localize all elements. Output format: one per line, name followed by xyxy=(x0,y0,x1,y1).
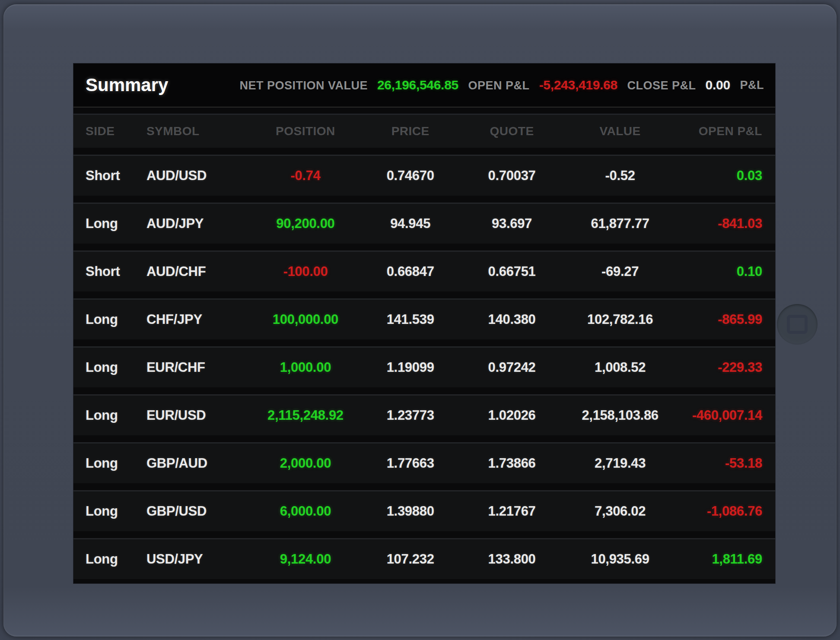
cell-open-pl: -229.33 xyxy=(674,360,762,375)
table-row[interactable]: Long GBP/AUD 2,000.00 1.77663 1.73866 2,… xyxy=(73,442,775,483)
trading-app-screen: Summary NET POSITION VALUE 26,196,546.85… xyxy=(73,63,775,583)
cell-price: 1.19099 xyxy=(363,360,458,375)
cell-side: Long xyxy=(86,360,146,375)
cell-side: Short xyxy=(86,168,146,184)
table-row[interactable]: Short AUD/USD -0.74 0.74670 0.70037 -0.5… xyxy=(73,155,775,196)
cell-position: -100.00 xyxy=(248,264,363,279)
home-button[interactable] xyxy=(777,304,818,345)
cell-price: 141.539 xyxy=(363,312,458,327)
cell-value: 7,306.02 xyxy=(566,504,675,519)
metric-value: 0.00 xyxy=(706,78,730,92)
cell-symbol: AUD/CHF xyxy=(146,264,248,279)
cell-price: 1.77663 xyxy=(363,456,458,471)
home-button-icon xyxy=(787,315,808,334)
cell-price: 0.66847 xyxy=(363,264,458,279)
cell-quote: 0.70037 xyxy=(458,168,566,184)
tablet-bezel: Summary NET POSITION VALUE 26,196,546.85… xyxy=(3,4,837,637)
table-body: Short AUD/USD -0.74 0.74670 0.70037 -0.5… xyxy=(73,155,775,579)
cell-value: 2,158,103.86 xyxy=(566,408,675,423)
cell-quote: 0.97242 xyxy=(458,360,566,375)
cell-symbol: AUD/USD xyxy=(146,168,248,184)
column-header-position: POSITION xyxy=(248,124,363,138)
metric-value: -5,243,419.68 xyxy=(539,78,617,92)
cell-price: 1.39880 xyxy=(363,504,458,519)
table-row[interactable]: Long GBP/USD 6,000.00 1.39880 1.21767 7,… xyxy=(73,490,775,531)
metric-value: 26,196,546.85 xyxy=(377,78,458,92)
table-row[interactable]: Long AUD/JPY 90,200.00 94.945 93.697 61,… xyxy=(73,203,775,244)
cell-price: 0.74670 xyxy=(363,168,458,184)
metric-open-pl: OPEN P&L -5,243,419.68 xyxy=(468,78,617,92)
cell-open-pl: -865.99 xyxy=(674,312,762,327)
table-row[interactable]: Long EUR/CHF 1,000.00 1.19099 0.97242 1,… xyxy=(73,346,775,387)
cell-open-pl: -53.18 xyxy=(674,456,762,471)
table-row[interactable]: Long EUR/USD 2,115,248.92 1.23773 1.0202… xyxy=(73,394,775,435)
cell-quote: 1.02026 xyxy=(458,408,566,423)
cell-side: Long xyxy=(86,408,146,423)
column-header-quote: QUOTE xyxy=(458,124,566,138)
cell-symbol: GBP/USD xyxy=(146,504,248,519)
cell-value: 10,935.69 xyxy=(566,551,675,567)
pl-column-label: P&L xyxy=(740,79,764,92)
cell-price: 1.23773 xyxy=(363,408,458,423)
cell-open-pl: -1,086.76 xyxy=(674,504,762,519)
cell-value: -0.52 xyxy=(566,168,675,184)
metric-label: OPEN P&L xyxy=(468,79,530,92)
cell-position: 100,000.00 xyxy=(248,312,363,327)
cell-side: Long xyxy=(86,504,146,519)
table-row[interactable]: Long USD/JPY 9,124.00 107.232 133.800 10… xyxy=(73,538,775,579)
cell-symbol: AUD/JPY xyxy=(146,216,248,231)
cell-value: 102,782.16 xyxy=(566,312,675,327)
metric-label: CLOSE P&L xyxy=(627,79,696,92)
column-header-open-pl: OPEN P&L xyxy=(674,124,762,138)
cell-position: 6,000.00 xyxy=(248,504,363,519)
cell-side: Short xyxy=(86,264,146,279)
cell-value: 1,008.52 xyxy=(566,360,675,375)
cell-quote: 93.697 xyxy=(458,216,566,231)
cell-position: -0.74 xyxy=(248,168,363,184)
table-row[interactable]: Short AUD/CHF -100.00 0.66847 0.66751 -6… xyxy=(73,250,775,291)
cell-open-pl: 1,811.69 xyxy=(674,551,762,567)
cell-side: Long xyxy=(86,456,146,471)
cell-price: 94.945 xyxy=(363,216,458,231)
cell-quote: 1.21767 xyxy=(458,504,566,519)
column-header-side: SIDE xyxy=(86,124,146,138)
cell-value: 61,877.77 xyxy=(566,216,675,231)
cell-quote: 0.66751 xyxy=(458,264,566,279)
cell-value: 2,719.43 xyxy=(566,456,675,471)
page-title: Summary xyxy=(86,75,168,95)
column-header-symbol: SYMBOL xyxy=(146,124,248,138)
cell-open-pl: 0.03 xyxy=(674,168,762,184)
cell-value: -69.27 xyxy=(566,264,675,279)
table-row[interactable]: Long CHF/JPY 100,000.00 141.539 140.380 … xyxy=(73,298,775,339)
cell-symbol: CHF/JPY xyxy=(146,312,248,327)
column-header-price: PRICE xyxy=(363,124,458,138)
cell-side: Long xyxy=(86,312,146,327)
metric-label: NET POSITION VALUE xyxy=(239,79,368,92)
cell-open-pl: -460,007.14 xyxy=(674,408,762,423)
cell-quote: 133.800 xyxy=(458,551,566,567)
metric-close-pl: CLOSE P&L 0.00 xyxy=(627,78,730,92)
desktop-background: Summary NET POSITION VALUE 26,196,546.85… xyxy=(0,0,840,640)
metric-net-position-value: NET POSITION VALUE 26,196,546.85 xyxy=(239,78,458,92)
cell-symbol: GBP/AUD xyxy=(146,456,248,471)
cell-side: Long xyxy=(86,216,146,231)
cell-symbol: USD/JPY xyxy=(146,551,248,567)
cell-position: 9,124.00 xyxy=(248,551,363,567)
cell-position: 90,200.00 xyxy=(248,216,363,231)
cell-quote: 1.73866 xyxy=(458,456,566,471)
cell-side: Long xyxy=(86,551,146,567)
column-header-value: VALUE xyxy=(566,124,675,138)
summary-header-bar: Summary NET POSITION VALUE 26,196,546.85… xyxy=(73,63,775,108)
cell-position: 2,115,248.92 xyxy=(248,408,363,423)
cell-position: 2,000.00 xyxy=(248,456,363,471)
cell-open-pl: 0.10 xyxy=(674,264,762,279)
cell-quote: 140.380 xyxy=(458,312,566,327)
cell-open-pl: -841.03 xyxy=(674,216,762,231)
cell-symbol: EUR/CHF xyxy=(146,360,248,375)
cell-symbol: EUR/USD xyxy=(146,408,248,423)
table-column-header: SIDE SYMBOL POSITION PRICE QUOTE VALUE O… xyxy=(73,114,775,148)
cell-price: 107.232 xyxy=(363,551,458,567)
cell-position: 1,000.00 xyxy=(248,360,363,375)
header-metrics: NET POSITION VALUE 26,196,546.85 OPEN P&… xyxy=(239,78,764,92)
